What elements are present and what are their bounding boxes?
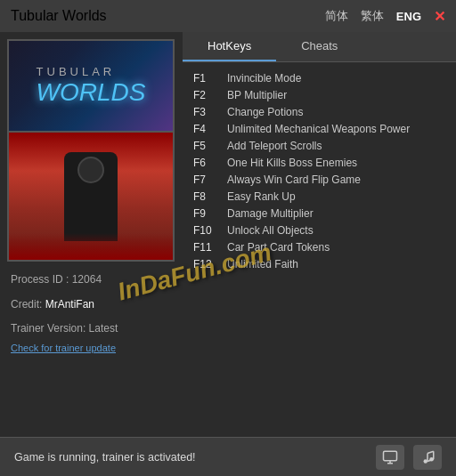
cheat-row: F11Car Part Card Tokens bbox=[193, 238, 445, 255]
cheat-row: F5Add Teleport Scrolls bbox=[193, 137, 445, 154]
cheat-description: Change Potions bbox=[227, 106, 303, 118]
info-panel: Process ID : 12064 Credit: MrAntiFan Tra… bbox=[7, 262, 175, 358]
cheat-key: F12 bbox=[193, 258, 224, 270]
lang-cn-trad-btn[interactable]: 繁体 bbox=[361, 8, 384, 24]
cheat-description: One Hit Kills Boss Enemies bbox=[227, 157, 357, 169]
music-icon bbox=[419, 449, 436, 465]
tab-cheats[interactable]: Cheats bbox=[276, 32, 362, 61]
soldier-figure bbox=[64, 152, 118, 241]
cheat-description: Car Part Card Tokens bbox=[227, 241, 330, 254]
cheat-row: F3Change Potions bbox=[193, 103, 445, 120]
cheat-key: F11 bbox=[193, 241, 224, 254]
cheat-key: F1 bbox=[193, 72, 224, 85]
soldier-head bbox=[77, 157, 104, 183]
cheat-key: F8 bbox=[193, 190, 224, 203]
svg-rect-0 bbox=[384, 451, 397, 461]
music-button[interactable] bbox=[413, 445, 442, 470]
update-link[interactable]: Check for trainer update bbox=[11, 343, 116, 353]
process-id: Process ID : 12064 bbox=[11, 270, 172, 290]
tab-bar: HotKeys Cheats bbox=[183, 32, 456, 62]
cheat-row: F2BP Multiplier bbox=[193, 86, 445, 103]
left-panel: TUBULAR WORLDS Process ID : 12064 Credit… bbox=[0, 32, 183, 437]
svg-line-7 bbox=[428, 451, 434, 453]
lang-cn-simple-btn[interactable]: 简体 bbox=[325, 8, 348, 24]
svg-line-5 bbox=[428, 459, 434, 461]
tab-hotkeys[interactable]: HotKeys bbox=[183, 32, 276, 61]
cheat-key: F4 bbox=[193, 123, 224, 135]
cheat-row: F10Unlock All Objects bbox=[193, 222, 445, 238]
cheat-description: BP Multiplier bbox=[227, 89, 287, 101]
cheat-description: Unlock All Objects bbox=[227, 224, 314, 237]
cheat-row: F6One Hit Kills Boss Enemies bbox=[193, 154, 445, 171]
cheat-description: Unlimited Faith bbox=[227, 258, 298, 270]
battle-background bbox=[9, 233, 173, 260]
status-message: Game is running, trainer is activated! bbox=[14, 451, 196, 464]
app-title: Tubular Worlds bbox=[11, 8, 107, 24]
update-link-row[interactable]: Check for trainer update bbox=[11, 339, 172, 359]
right-panel: HotKeys Cheats F1Invincible ModeF2BP Mul… bbox=[183, 32, 456, 437]
cheat-key: F6 bbox=[193, 157, 224, 169]
credit-value: MrAntiFan bbox=[45, 298, 94, 311]
cheat-key: F3 bbox=[193, 106, 224, 118]
process-label: Process ID : 12064 bbox=[11, 273, 102, 286]
titlebar-controls: 简体 繁体 ENG ✕ bbox=[325, 8, 445, 25]
cheats-list: F1Invincible ModeF2BP MultiplierF3Change… bbox=[183, 62, 456, 279]
cheat-description: Add Teleport Scrolls bbox=[227, 140, 322, 152]
cheat-row: F8Easy Rank Up bbox=[193, 188, 445, 205]
cheat-row: F4Unlimited Mechanical Weapons Power bbox=[193, 120, 445, 137]
game-title-worlds: WORLDS bbox=[37, 78, 146, 107]
cheat-row: F7Always Win Card Flip Game bbox=[193, 171, 445, 188]
cheat-row: F12Unlimited Faith bbox=[193, 255, 445, 272]
cheat-description: Unlimited Mechanical Weapons Power bbox=[227, 123, 410, 135]
main-content: TUBULAR WORLDS Process ID : 12064 Credit… bbox=[0, 32, 456, 437]
game-title-tubular: TUBULAR bbox=[37, 65, 146, 78]
game-cover-top: TUBULAR WORLDS bbox=[7, 39, 175, 133]
cheat-key: F7 bbox=[193, 173, 224, 186]
cheat-description: Damage Multiplier bbox=[227, 207, 314, 220]
close-button[interactable]: ✕ bbox=[434, 8, 445, 25]
cheat-description: Invincible Mode bbox=[227, 72, 301, 85]
game-cover-bottom bbox=[7, 133, 175, 262]
monitor-button[interactable] bbox=[376, 445, 404, 470]
bottom-icons bbox=[376, 445, 442, 470]
lang-eng-btn[interactable]: ENG bbox=[396, 10, 421, 23]
titlebar: Tubular Worlds 简体 繁体 ENG ✕ bbox=[0, 0, 456, 32]
monitor-icon bbox=[382, 449, 398, 465]
credit-row: Credit: MrAntiFan bbox=[11, 295, 172, 315]
trainer-version-row: Trainer Version: Latest bbox=[11, 319, 172, 339]
cheat-row: F1Invincible Mode bbox=[193, 69, 445, 86]
cheat-key: F2 bbox=[193, 89, 224, 101]
cheat-row: F9Damage Multiplier bbox=[193, 205, 445, 222]
cheat-key: F5 bbox=[193, 140, 224, 152]
cheat-description: Always Win Card Flip Game bbox=[227, 173, 361, 186]
trainer-label: Trainer Version: Latest bbox=[11, 322, 118, 335]
bottom-bar: Game is running, trainer is activated! bbox=[0, 437, 456, 476]
cheat-key: F9 bbox=[193, 207, 224, 220]
cheat-description: Easy Rank Up bbox=[227, 190, 296, 203]
credit-label: Credit: bbox=[11, 298, 42, 311]
cheat-key: F10 bbox=[193, 224, 224, 237]
